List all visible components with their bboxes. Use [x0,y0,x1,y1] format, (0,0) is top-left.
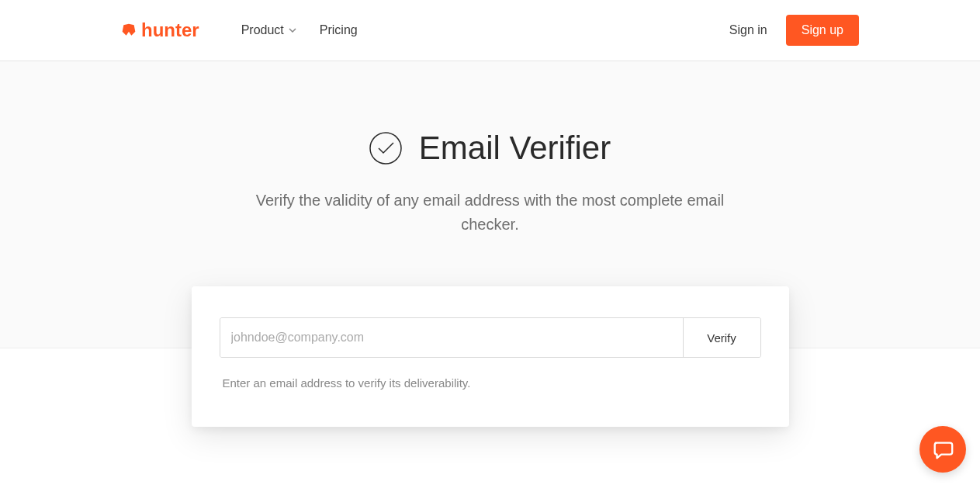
site-header: hunter Product Pricing Sign in Sign up [0,0,980,61]
nav-product[interactable]: Product [241,23,296,37]
email-input-row: Verify [220,317,761,358]
nav-product-label: Product [241,23,284,37]
verifier-card: Verify Enter an email address to verify … [192,286,789,427]
svg-point-0 [370,133,401,164]
header-right: Sign in Sign up [729,15,859,46]
chat-button[interactable] [919,426,966,473]
page-subtitle: Verify the validity of any email address… [250,189,731,237]
chevron-down-icon [289,28,296,33]
page-title: Email Verifier [419,130,611,167]
logo-text: hunter [141,19,199,41]
check-circle-icon [369,132,402,165]
hero-title-row: Email Verifier [0,130,980,167]
main-nav: Product Pricing [241,23,358,37]
hunter-logo-icon [121,23,137,38]
chat-icon [931,438,954,461]
signup-button[interactable]: Sign up [786,15,859,46]
logo[interactable]: hunter [121,19,199,41]
email-input[interactable] [220,318,683,357]
helper-text: Enter an email address to verify its del… [220,376,761,390]
verify-button[interactable]: Verify [683,318,760,357]
signin-link[interactable]: Sign in [729,23,767,37]
nav-pricing-label: Pricing [320,23,358,37]
nav-pricing[interactable]: Pricing [320,23,358,37]
